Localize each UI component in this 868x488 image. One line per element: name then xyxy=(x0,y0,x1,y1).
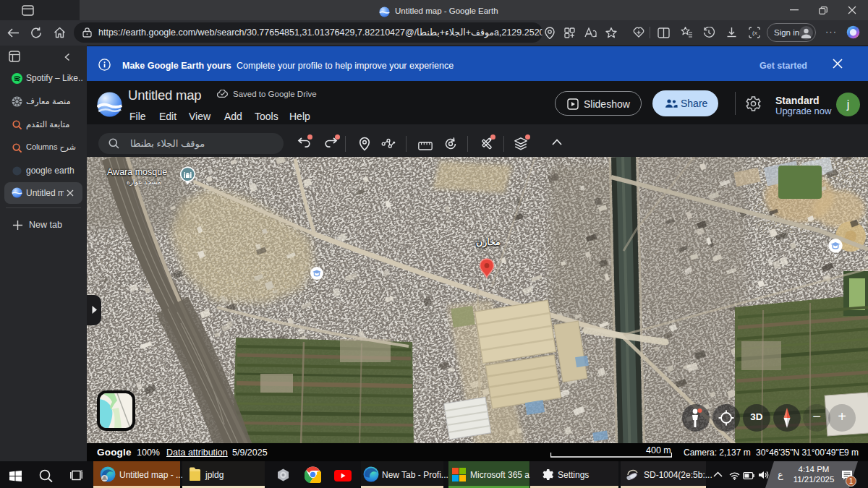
svg-text:(x: (x xyxy=(752,30,757,36)
